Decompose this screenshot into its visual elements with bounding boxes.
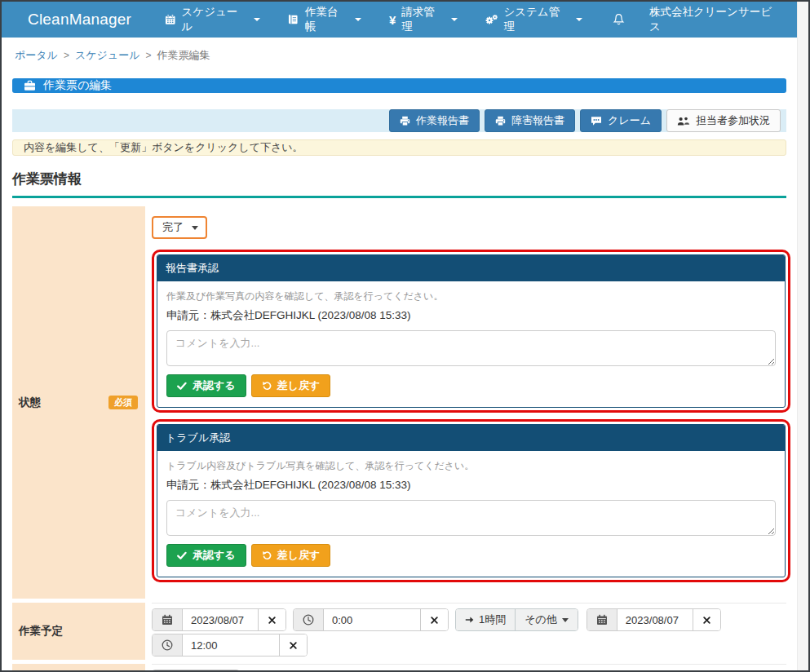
schedule-label-cell: 作業予定 (12, 603, 145, 660)
calendar-icon (165, 14, 176, 25)
approve-label: 承認する (193, 548, 236, 563)
start-date-calendar-button[interactable] (153, 609, 183, 630)
section-title: 作業票情報 (12, 170, 786, 198)
button-label: その他 (525, 612, 557, 627)
clear-start-time-button[interactable] (420, 609, 448, 630)
notice-text: 内容を編集して、「更新」ボタンをクリックして下さい。 (24, 140, 303, 155)
nav-menu-label: 作業台帳 (305, 5, 347, 34)
nav-menu-label: 請求管理 (401, 5, 444, 34)
calendar-icon (596, 614, 608, 626)
other-duration-button[interactable]: その他 (515, 609, 578, 630)
nav-menu-billing[interactable]: ¥ 請求管理 (375, 2, 471, 38)
clock-icon (162, 639, 173, 651)
approve-label: 承認する (193, 378, 236, 393)
approve-button[interactable]: 承認する (166, 374, 246, 397)
panel-description: トラブル内容及びトラブル写真を確認して、承認を行ってください。 (166, 459, 776, 473)
toolbar-band: 作業報告書 障害報告書 クレーム 担当者参加状況 (12, 109, 786, 132)
button-label: 障害報告書 (511, 113, 564, 128)
schedule-line-1: 1時間 その他 (152, 608, 786, 631)
report-comment-input[interactable] (166, 330, 776, 366)
undo-icon (262, 381, 272, 391)
next-row-label-cell (12, 664, 145, 672)
required-badge: 必須 (108, 396, 138, 409)
button-label: 作業報告書 (416, 113, 469, 128)
panel-buttons: 承認する 差し戻す (166, 374, 776, 397)
vertical-scrollbar[interactable] (797, 2, 808, 670)
comment-icon (591, 116, 602, 126)
company-name: 株式会社クリーンサービス (649, 5, 777, 34)
x-icon (268, 617, 276, 624)
company-menu[interactable]: 株式会社クリーンサービス (641, 2, 797, 38)
brand-logo[interactable]: CleanManager (2, 11, 151, 29)
button-label: 担当者参加状況 (696, 113, 770, 128)
work-order-form: 状態 必須 完了 報告書承認 作業及び作業写真の内容を確認して、承認を行ってくだ… (12, 202, 786, 672)
edit-notice: 内容を編集して、「更新」ボタンをクリックして下さい。 (12, 139, 786, 156)
send-back-button[interactable]: 差し戻す (251, 544, 331, 567)
start-time-group (293, 608, 449, 631)
one-hour-button[interactable]: 1時間 (456, 609, 515, 630)
printer-icon (400, 116, 410, 126)
page-title: 作業票の編集 (43, 78, 112, 93)
end-date-calendar-button[interactable] (587, 609, 617, 630)
applicant-label: 申請元： (166, 309, 210, 321)
report-approval-panel: 報告書承認 作業及び作業写真の内容を確認して、承認を行ってください。 申請元：株… (157, 254, 786, 408)
status-content-cell: 完了 報告書承認 作業及び作業写真の内容を確認して、承認を行ってください。 申請… (152, 206, 786, 599)
panel-title: トラブル承認 (157, 425, 785, 451)
briefcase-icon (24, 80, 36, 91)
calendar-icon (162, 614, 173, 626)
breadcrumb-schedule[interactable]: スケジュール (75, 48, 140, 63)
applicant-line: 申請元：株式会社DEFGHIJKL (2023/08/08 15:33) (166, 308, 776, 323)
status-label: 状態 (19, 396, 41, 410)
nav-menu-schedule[interactable]: スケジュール (151, 2, 274, 38)
end-time-input[interactable] (183, 634, 279, 656)
top-navbar: CleanManager スケジュール 作業台帳 ¥ 請求管理 システム管理 (2, 2, 797, 38)
breadcrumb-current: 作業票編集 (157, 48, 210, 63)
book-icon (288, 14, 299, 25)
reject-label: 差し戻す (277, 378, 321, 393)
end-time-clock-button[interactable] (153, 634, 183, 656)
x-icon (290, 642, 297, 649)
undo-icon (262, 550, 272, 560)
trouble-comment-input[interactable] (166, 500, 776, 536)
nav-menu-label: スケジュール (182, 5, 247, 34)
clear-end-time-button[interactable] (279, 634, 307, 656)
work-report-button[interactable]: 作業報告書 (389, 109, 480, 132)
printer-icon (495, 116, 506, 126)
navbar-right: 株式会社クリーンサービス (596, 2, 797, 38)
chevron-down-icon (254, 18, 260, 21)
breadcrumb-separator: > (64, 50, 69, 61)
claim-button[interactable]: クレーム (580, 109, 662, 132)
trouble-report-button[interactable]: 障害報告書 (485, 109, 575, 132)
end-date-group (586, 608, 721, 631)
main-column: CleanManager スケジュール 作業台帳 ¥ 請求管理 システム管理 (2, 2, 797, 670)
applicant-label: 申請元： (166, 479, 210, 491)
send-back-button[interactable]: 差し戻す (251, 374, 331, 397)
approve-button[interactable]: 承認する (166, 544, 246, 567)
breadcrumb-portal[interactable]: ポータル (15, 48, 58, 63)
chevron-down-icon (451, 18, 458, 21)
chevron-down-icon (192, 226, 198, 230)
nav-menu-ledger[interactable]: 作業台帳 (274, 2, 375, 38)
start-time-input[interactable] (324, 609, 420, 630)
end-date-input[interactable] (617, 609, 693, 630)
spacer (152, 582, 786, 599)
nav-menu-system[interactable]: システム管理 (471, 2, 596, 38)
check-icon (177, 382, 187, 391)
breadcrumb-separator: > (145, 50, 151, 61)
clear-end-date-button[interactable] (693, 609, 720, 630)
app-window: CleanManager スケジュール 作業台帳 ¥ 請求管理 システム管理 (0, 0, 810, 672)
participation-button[interactable]: 担当者参加状況 (666, 109, 781, 132)
start-time-clock-button[interactable] (294, 609, 324, 630)
applicant-value: 株式会社DEFGHIJKL (2023/08/08 15:33) (210, 309, 411, 321)
status-select[interactable]: 完了 (152, 216, 207, 239)
status-label-cell: 状態 必須 (12, 206, 145, 599)
clear-start-date-button[interactable] (258, 609, 285, 630)
button-label: 1時間 (479, 612, 506, 627)
start-date-group (152, 608, 286, 631)
notifications-button[interactable] (596, 2, 641, 38)
start-date-input[interactable] (183, 609, 258, 630)
users-icon (677, 116, 690, 126)
gears-icon (485, 14, 498, 25)
button-label: クレーム (608, 113, 651, 128)
duration-button-group: 1時間 その他 (455, 608, 578, 631)
